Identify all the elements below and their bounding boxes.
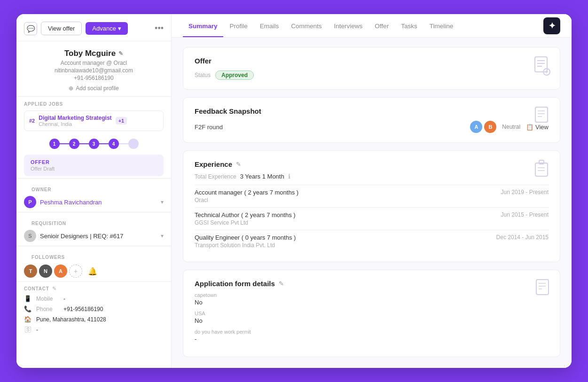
- tab-comments[interactable]: Comments: [285, 14, 327, 37]
- step-line-1: [60, 143, 69, 144]
- tab-profile[interactable]: Profile: [224, 14, 253, 37]
- svg-rect-11: [535, 163, 548, 176]
- status-row: Status Approved: [195, 70, 549, 80]
- requisition-row[interactable]: S Senioir Designers | REQ: #617 ▾: [24, 230, 164, 242]
- contact-address-row: 🏠 Pune, Maharashtra, 411028: [24, 316, 164, 323]
- candidate-edit-icon[interactable]: ✎: [118, 50, 123, 57]
- advance-label: Advance: [92, 25, 116, 32]
- mobile-icon: 📱: [24, 295, 31, 302]
- logo-area: ✦: [543, 17, 560, 34]
- contact-phone-label: Phone: [36, 306, 59, 312]
- app-form-title: Application form details: [195, 280, 275, 288]
- advance-button[interactable]: Advance ▾: [86, 22, 128, 35]
- left-panel-header: 💬 View offer Advance ▾ •••: [16, 14, 171, 41]
- applied-jobs-label: APPLIED JOBS: [16, 97, 171, 109]
- left-panel: 💬 View offer Advance ▾ ••• Toby Mcguire …: [16, 14, 172, 368]
- exp-edit-icon[interactable]: ✎: [236, 161, 241, 168]
- content-area: Offer Status Approved: [172, 38, 572, 368]
- step-line-3: [99, 143, 109, 144]
- total-exp-row: Total Experience 3 Years 1 Month ℹ: [195, 173, 549, 180]
- exp-job-title-3: Quality Engineer ( 0 years 7 months ): [195, 234, 296, 241]
- owner-section: OWNER P Peshma Ravichandran ▾: [16, 178, 171, 212]
- total-exp-value: 3 Years 1 Month: [240, 173, 284, 180]
- job-number: #2: [29, 118, 35, 124]
- exp-company-2: GGSI Service Pvt Ltd: [195, 219, 549, 226]
- follower-3: A: [54, 265, 67, 278]
- total-exp-label: Total Experience: [195, 173, 236, 180]
- job-title: Digital Marketing Strategist: [39, 115, 111, 121]
- advance-chevron-icon: ▾: [118, 25, 121, 32]
- feedback-title: Feedback Snapshot: [195, 107, 549, 115]
- address-icon: 🏠: [24, 316, 31, 323]
- exp-card-icon: [534, 159, 551, 182]
- contact-skype-value: -: [36, 327, 38, 333]
- feedback-round-label: F2F round: [195, 124, 464, 131]
- step-line-4: [119, 143, 128, 144]
- exp-entry-1-header: Account manager ( 2 years 7 months ) Jun…: [195, 189, 549, 196]
- form-field-label-3: do you have work permit: [195, 329, 549, 335]
- app-logo: ✦: [543, 17, 560, 34]
- step-5: [128, 139, 139, 149]
- exp-entry-2: Technical Author ( 2 years 7 months ) Ju…: [195, 207, 549, 230]
- candidate-email: nitinbnalawade10@gmaail.com: [24, 67, 164, 74]
- form-field-1: capetown No: [195, 292, 549, 306]
- app-form-edit-icon[interactable]: ✎: [279, 280, 284, 287]
- application-form-card: Application form details ✎ capetown No U…: [183, 270, 560, 357]
- status-label: Status: [195, 72, 211, 78]
- exp-entry-3-header: Quality Engineer ( 0 years 7 months ) De…: [195, 234, 549, 241]
- tab-offer[interactable]: Offer: [369, 14, 394, 37]
- more-jobs-badge: +1: [116, 117, 127, 125]
- svg-rect-15: [536, 280, 549, 295]
- followers-section: FOLLOWERS T N A + 🔔: [16, 246, 171, 281]
- step-2: 2: [69, 139, 79, 149]
- owner-row[interactable]: P Peshma Ravichandran ▾: [24, 196, 164, 208]
- contact-edit-icon[interactable]: ✎: [52, 286, 56, 292]
- tab-interviews[interactable]: Interviews: [329, 14, 368, 37]
- status-badge: Approved: [215, 70, 254, 80]
- feedback-card-icon: [534, 106, 551, 128]
- add-follower-button[interactable]: +: [69, 265, 82, 278]
- more-button[interactable]: •••: [155, 23, 164, 33]
- tab-emails[interactable]: Emails: [254, 14, 285, 37]
- svg-rect-0: [535, 57, 547, 72]
- tabs-header: Summary Profile Emails Comments Intervie…: [172, 14, 572, 38]
- chat-icon[interactable]: 💬: [24, 22, 37, 35]
- phone-icon: 📞: [24, 305, 31, 312]
- offer-badge: OFFER Offer Draft: [24, 155, 164, 176]
- feedback-avatar-2: B: [484, 121, 496, 133]
- exp-job-title-1: Account manager ( 2 years 7 months ): [195, 189, 298, 196]
- offer-card-icon: [533, 56, 551, 79]
- add-social-profile[interactable]: ⊕ Add social profile: [24, 85, 164, 92]
- contact-label: CONTACT: [24, 286, 49, 291]
- step-line-2: [79, 143, 89, 144]
- notification-bell-icon[interactable]: 🔔: [88, 267, 97, 276]
- offer-card: Offer Status Approved: [183, 47, 560, 90]
- tab-tasks[interactable]: Tasks: [395, 14, 423, 37]
- offer-badge-sub: Offer Draft: [31, 166, 157, 172]
- progress-steps: 1 2 3 4: [16, 135, 171, 153]
- form-field-value-3: -: [195, 335, 549, 343]
- requisition-section: REQUISITION S Senioir Designers | REQ: #…: [16, 212, 171, 246]
- req-name: Senioir Designers | REQ: #617: [40, 233, 157, 240]
- exp-date-1: Jun 2019 - Present: [501, 189, 549, 195]
- feedback-row: F2F round A B Neutral 📋 View: [195, 121, 549, 133]
- candidate-info: Toby Mcguire ✎ Account manager @ Oracl n…: [16, 41, 171, 97]
- owner-chevron-icon: ▾: [161, 199, 164, 205]
- contact-section: CONTACT ✎ 📱 Mobile - 📞 Phone +91-9561861…: [16, 281, 171, 337]
- req-avatar: S: [24, 230, 36, 242]
- right-panel: Summary Profile Emails Comments Intervie…: [172, 14, 572, 368]
- offer-card-title: Offer: [195, 57, 549, 65]
- applied-job-item[interactable]: #2 Digital Marketing Strategist Chennai,…: [24, 110, 164, 131]
- exp-info-icon: ℹ: [288, 173, 290, 180]
- step-4: 4: [109, 139, 119, 149]
- skype-icon: 🇸: [24, 326, 31, 333]
- tab-timeline[interactable]: Timeline: [424, 14, 459, 37]
- view-offer-button[interactable]: View offer: [41, 22, 82, 35]
- tab-summary[interactable]: Summary: [183, 14, 223, 37]
- add-social-icon: ⊕: [69, 85, 73, 92]
- step-3: 3: [89, 139, 99, 149]
- form-field-label-2: USA: [195, 311, 549, 316]
- candidate-name: Toby Mcguire ✎: [24, 49, 164, 58]
- exp-job-title-2: Technical Author ( 2 years 7 months ): [195, 211, 296, 218]
- contact-skype-row: 🇸 -: [24, 326, 164, 333]
